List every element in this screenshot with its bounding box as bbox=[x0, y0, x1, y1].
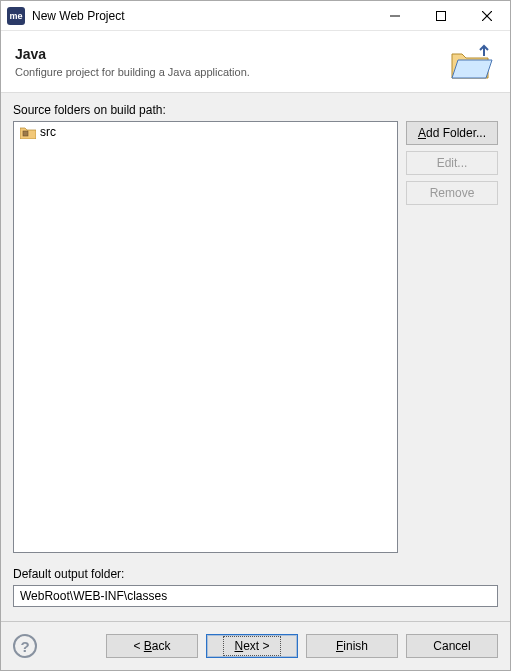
source-folder-name: src bbox=[40, 125, 56, 139]
help-icon[interactable]: ? bbox=[13, 634, 37, 658]
content-area: Source folders on build path: src Add Fo… bbox=[1, 93, 510, 621]
next-button[interactable]: Next > bbox=[206, 634, 298, 658]
close-icon bbox=[482, 11, 492, 21]
button-bar: ? < Back Next > Finish Cancel bbox=[1, 622, 510, 670]
titlebar: me New Web Project bbox=[1, 1, 510, 31]
page-title: Java bbox=[15, 46, 448, 62]
add-folder-button[interactable]: Add Folder... bbox=[406, 121, 498, 145]
close-button[interactable] bbox=[464, 1, 510, 31]
minimize-button[interactable] bbox=[372, 1, 418, 31]
side-buttons: Add Folder... Edit... Remove bbox=[406, 121, 498, 553]
back-button[interactable]: < Back bbox=[106, 634, 198, 658]
source-folder-item[interactable]: src bbox=[16, 124, 395, 140]
output-folder-label: Default output folder: bbox=[13, 567, 498, 581]
page-subtitle: Configure project for building a Java ap… bbox=[15, 66, 448, 78]
output-folder-input[interactable] bbox=[13, 585, 498, 607]
source-folders-label: Source folders on build path: bbox=[13, 103, 498, 117]
remove-button: Remove bbox=[406, 181, 498, 205]
svg-rect-4 bbox=[23, 131, 28, 136]
maximize-button[interactable] bbox=[418, 1, 464, 31]
wizard-banner: Java Configure project for building a Ja… bbox=[1, 31, 510, 93]
app-icon: me bbox=[7, 7, 25, 25]
window-title: New Web Project bbox=[32, 9, 124, 23]
edit-button: Edit... bbox=[406, 151, 498, 175]
cancel-button[interactable]: Cancel bbox=[406, 634, 498, 658]
svg-rect-1 bbox=[437, 11, 446, 20]
open-folder-icon bbox=[448, 42, 496, 82]
minimize-icon bbox=[390, 11, 400, 21]
source-folders-tree[interactable]: src bbox=[13, 121, 398, 553]
maximize-icon bbox=[436, 11, 446, 21]
finish-button[interactable]: Finish bbox=[306, 634, 398, 658]
package-folder-icon bbox=[20, 125, 36, 139]
